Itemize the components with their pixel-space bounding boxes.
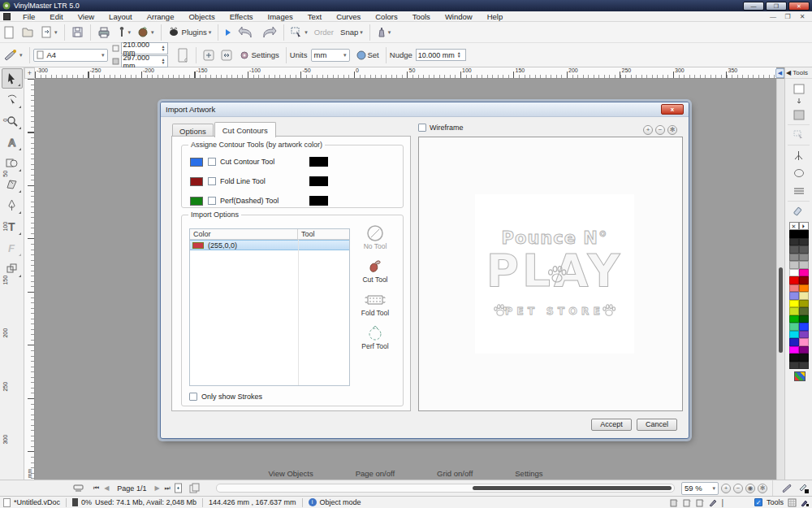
- eraser-tool-button[interactable]: [790, 203, 808, 219]
- menu-item[interactable]: View: [71, 12, 102, 21]
- panel-collapse-button[interactable]: ◀: [775, 68, 784, 78]
- footer-link[interactable]: Settings: [515, 469, 542, 478]
- cut-tool-button[interactable]: Cut Tool: [357, 258, 393, 284]
- nudge-input[interactable]: 10.000 mm▲▼: [416, 49, 466, 61]
- pen-icon[interactable]: [709, 498, 717, 506]
- plot-tool-button[interactable]: [2, 195, 23, 215]
- palette-color[interactable]: [789, 362, 799, 370]
- horizontal-scroll-thumb[interactable]: [473, 486, 672, 490]
- swap-fill-stroke-icon[interactable]: [790, 98, 808, 105]
- gradient-tool-button[interactable]: [790, 147, 808, 163]
- footer-link[interactable]: View Objects: [268, 469, 313, 478]
- palette-color[interactable]: [799, 354, 809, 362]
- cutter-tool-button[interactable]: ▾: [0, 46, 26, 64]
- palette-color[interactable]: [799, 292, 809, 300]
- accept-button[interactable]: Accept: [591, 419, 632, 431]
- document-menu-icon[interactable]: [3, 13, 11, 20]
- palette-color[interactable]: [789, 284, 799, 293]
- palette-color[interactable]: [789, 338, 799, 346]
- column-color[interactable]: Color: [190, 229, 298, 239]
- palette-color[interactable]: [789, 238, 799, 246]
- palette-color[interactable]: [789, 254, 799, 262]
- contour-tool-checkbox[interactable]: [208, 197, 216, 205]
- tool-line-preview[interactable]: [309, 157, 328, 167]
- plugins-button[interactable]: Plugins▾: [165, 25, 215, 39]
- prev-page-button[interactable]: ◀: [104, 484, 109, 492]
- cut-job-icon[interactable]: [781, 483, 792, 493]
- stamp-icon-1[interactable]: [670, 498, 679, 507]
- vertical-scroll-thumb[interactable]: [779, 267, 783, 353]
- palette-color[interactable]: [789, 346, 799, 354]
- no-color-button[interactable]: ✕: [789, 222, 799, 230]
- zoom-fit-button[interactable]: ✻: [758, 484, 767, 493]
- ruler-origin-button[interactable]: +: [24, 67, 35, 79]
- palette-color[interactable]: [799, 331, 809, 339]
- line-style-button[interactable]: [790, 183, 808, 199]
- menu-item[interactable]: Edit: [42, 12, 70, 21]
- stroke-swatch-button[interactable]: [790, 80, 808, 97]
- effects-tool-button[interactable]: F: [2, 237, 23, 258]
- preview-zoom-in-button[interactable]: +: [643, 125, 653, 135]
- menu-item[interactable]: Arrange: [140, 12, 182, 21]
- grid-panel-icon[interactable]: [788, 498, 797, 507]
- vinyl-spooler-button[interactable]: ▾: [134, 24, 158, 40]
- pen-color-icon[interactable]: [798, 483, 809, 493]
- table-row[interactable]: (255,0,0): [190, 240, 349, 250]
- tool-line-preview[interactable]: [309, 176, 328, 186]
- select-mode-button[interactable]: ▾: [287, 25, 311, 40]
- palette-color[interactable]: [789, 315, 799, 323]
- color-picker-button[interactable]: [794, 371, 806, 381]
- minimize-button[interactable]: —: [743, 2, 764, 11]
- palette-color[interactable]: [799, 323, 809, 331]
- palette-color[interactable]: [789, 323, 799, 331]
- tools-panel-collapse-icon[interactable]: ◀: [786, 69, 791, 76]
- page-orientation-button[interactable]: [218, 48, 235, 63]
- palette-color[interactable]: [799, 269, 809, 277]
- close-button[interactable]: ✕: [788, 2, 810, 11]
- dialog-close-button[interactable]: x: [661, 104, 684, 115]
- snap-button[interactable]: Snap▾: [337, 26, 366, 38]
- fold-tool-button[interactable]: Fold Tool: [357, 291, 393, 317]
- wireframe-checkbox[interactable]: [418, 124, 426, 132]
- page-preview-button[interactable]: [173, 46, 192, 64]
- palette-color[interactable]: [799, 261, 809, 269]
- edit-panel-icon[interactable]: [801, 498, 809, 506]
- stamp-icon-3[interactable]: [696, 498, 705, 507]
- fill-bucket-icon[interactable]: 🞂: [799, 222, 809, 230]
- palette-color[interactable]: [789, 230, 799, 238]
- color-tool-table[interactable]: Color Tool (255,0,0): [189, 228, 350, 386]
- palette-color[interactable]: [799, 230, 809, 238]
- menu-item[interactable]: Tools: [405, 12, 438, 21]
- mdi-restore-icon[interactable]: ❐: [783, 13, 793, 20]
- column-tool[interactable]: Tool: [298, 229, 349, 239]
- no-tool-button[interactable]: No Tool: [357, 224, 393, 250]
- palette-color[interactable]: [799, 362, 809, 370]
- palette-color[interactable]: [789, 292, 799, 300]
- palette-color[interactable]: [799, 300, 809, 308]
- add-page-button[interactable]: [200, 48, 218, 63]
- perf-tool-button[interactable]: Perf Tool: [357, 324, 393, 350]
- palette-color[interactable]: [799, 276, 809, 284]
- play-button[interactable]: [222, 27, 235, 38]
- palette-color[interactable]: [799, 346, 809, 354]
- save-button[interactable]: [68, 24, 87, 40]
- palette-color[interactable]: [789, 307, 799, 315]
- menu-item[interactable]: Effects: [222, 12, 261, 21]
- palette-color[interactable]: [789, 245, 799, 254]
- zoom-in-button[interactable]: +: [721, 484, 731, 493]
- palette-color[interactable]: [799, 254, 809, 262]
- import-button[interactable]: ▾: [37, 24, 61, 41]
- palette-color[interactable]: [789, 261, 799, 269]
- palette-color[interactable]: [799, 238, 809, 246]
- select-tool-button[interactable]: [2, 68, 23, 89]
- palette-color[interactable]: [799, 315, 809, 323]
- ellipse-tool-button[interactable]: [790, 165, 808, 181]
- preview-zoom-reset-button[interactable]: ✻: [667, 125, 677, 135]
- menu-item[interactable]: Layout: [102, 12, 140, 21]
- last-page-button[interactable]: ⏭: [165, 484, 171, 493]
- vertical-scrollbar[interactable]: [776, 79, 784, 480]
- palette-color[interactable]: [799, 338, 809, 346]
- menu-item[interactable]: Colors: [368, 12, 404, 21]
- spray-tool-button[interactable]: ▾: [374, 24, 395, 40]
- tab-cut-contours[interactable]: Cut Contours: [214, 122, 276, 137]
